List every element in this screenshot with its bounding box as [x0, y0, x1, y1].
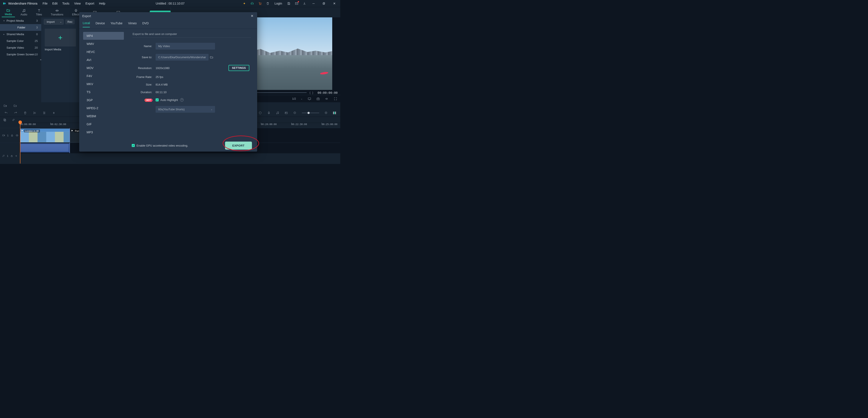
export-confirm-button[interactable]: EXPORT: [225, 142, 252, 150]
menu-view[interactable]: View: [74, 2, 81, 5]
tab-audio[interactable]: Audio: [18, 8, 30, 17]
timeline-view-icon[interactable]: [333, 112, 336, 114]
lock-icon[interactable]: [10, 155, 13, 157]
title-bar: Wondershare Filmora File Edit Tools View…: [0, 0, 340, 7]
lock-icon[interactable]: [11, 134, 13, 137]
format-item-mpeg2[interactable]: MPEG-2: [83, 104, 124, 112]
folder-icon[interactable]: [13, 104, 17, 108]
audio-beat-icon[interactable]: [52, 111, 56, 115]
undo-icon[interactable]: [4, 111, 8, 115]
svg-point-5: [23, 11, 24, 12]
delete-clip-icon[interactable]: [24, 111, 27, 115]
format-item-3gp[interactable]: 3GP: [83, 96, 124, 104]
copy-timeline-icon[interactable]: [3, 118, 6, 122]
zoom-in-icon[interactable]: [324, 111, 328, 115]
zoom-ratio-dropdown[interactable]: 1/2⌄: [292, 97, 303, 100]
highlight-preset-dropdown[interactable]: 60s(YouTube Shorts) ⌄: [156, 106, 215, 113]
gpu-checkbox[interactable]: ✓: [132, 144, 135, 147]
audio-mixer-icon[interactable]: [276, 111, 279, 115]
export-tab-device[interactable]: Device: [95, 22, 105, 27]
form-row-name: Name:: [132, 43, 251, 50]
export-tab-local[interactable]: Local: [83, 21, 90, 27]
download-icon[interactable]: [303, 2, 306, 5]
maximize-button[interactable]: [321, 0, 327, 7]
export-tab-youtube[interactable]: YouTube: [111, 22, 122, 27]
sidebar-item-sample-video[interactable]: Sample Video 20: [0, 44, 41, 51]
zoom-slider[interactable]: [302, 113, 319, 113]
format-item-ts[interactable]: TS: [83, 88, 124, 96]
name-input[interactable]: [156, 43, 215, 50]
format-item-avi[interactable]: AVI: [83, 56, 124, 64]
login-button[interactable]: LogIn: [275, 2, 282, 5]
save-icon[interactable]: [287, 2, 291, 5]
format-item-hevc[interactable]: HEVC: [83, 48, 124, 56]
tab-media[interactable]: Media: [2, 8, 15, 17]
sidebar-item-project-media[interactable]: ▾ Project Media 3: [0, 18, 41, 24]
tips-icon[interactable]: ✦: [242, 2, 246, 5]
format-item-gif[interactable]: GIF: [83, 120, 124, 128]
zoom-out-icon[interactable]: [293, 111, 297, 115]
snapshot-icon[interactable]: [316, 97, 320, 100]
adjust-icon[interactable]: [42, 111, 46, 115]
menu-file[interactable]: File: [42, 2, 48, 5]
close-icon[interactable]: ✕: [250, 14, 254, 18]
redo-icon[interactable]: [14, 111, 18, 115]
format-item-f4v[interactable]: F4V: [83, 72, 124, 80]
volume-icon[interactable]: [15, 155, 18, 157]
import-media-thumb[interactable]: +: [45, 29, 76, 47]
export-tab-vimeo[interactable]: Vimeo: [128, 22, 136, 27]
new-folder-icon[interactable]: [3, 104, 7, 108]
split-icon[interactable]: [33, 111, 36, 115]
sidebar-item-shared-media[interactable]: ▸ Shared Media 0: [0, 31, 41, 37]
tab-titles[interactable]: Titles: [33, 8, 45, 17]
caret-icon: ▾: [3, 20, 6, 22]
sidebar-item-sample-color[interactable]: Sample Color 25: [0, 37, 41, 44]
menu-help[interactable]: Help: [99, 2, 105, 5]
keyframe-icon[interactable]: [284, 111, 288, 115]
support-icon[interactable]: [250, 2, 254, 5]
voiceover-icon[interactable]: [267, 111, 271, 115]
record-button[interactable]: Rec: [65, 19, 75, 24]
sidebar-item-sample-green[interactable]: Sample Green Screen 10: [0, 51, 41, 58]
svg-rect-19: [286, 113, 286, 113]
timeline-playhead[interactable]: [20, 123, 21, 163]
format-item-mp3[interactable]: MP3: [83, 128, 124, 136]
link-icon[interactable]: [12, 118, 15, 122]
media-card-import[interactable]: + Import Media: [45, 29, 76, 51]
help-icon[interactable]: ?: [180, 98, 184, 101]
sidebar-item-label: Folder: [6, 26, 36, 29]
mail-icon[interactable]: [295, 2, 299, 5]
auto-highlight-checkbox[interactable]: ✓: [156, 98, 159, 101]
mark-out-icon[interactable]: }: [312, 91, 313, 94]
format-item-wmv[interactable]: WMV: [83, 40, 124, 48]
cart-icon[interactable]: [258, 2, 262, 5]
display-icon[interactable]: [308, 97, 311, 100]
export-dialog-footer: ✓ Enable GPU accelerated video encoding.…: [79, 140, 257, 152]
video-track-head: 1: [0, 128, 20, 143]
format-item-webm[interactable]: WEBM: [83, 112, 124, 120]
audio-waveform[interactable]: [20, 143, 69, 152]
volume-icon[interactable]: [325, 97, 329, 100]
zoom-handle[interactable]: [308, 112, 310, 114]
menu-tools[interactable]: Tools: [62, 2, 69, 5]
format-item-mp4[interactable]: MP4: [83, 32, 124, 40]
sidebar-item-folder[interactable]: Folder 3: [0, 24, 41, 31]
mark-in-icon[interactable]: {: [310, 91, 311, 94]
browse-folder-icon[interactable]: [210, 56, 213, 59]
marker-icon[interactable]: [258, 111, 262, 115]
minimize-button[interactable]: ─: [310, 0, 317, 7]
menu-export[interactable]: Export: [86, 2, 94, 5]
export-tab-dvd[interactable]: DVD: [142, 22, 149, 27]
import-dropdown[interactable]: Import ⌄: [44, 19, 64, 25]
format-item-mkv[interactable]: MKV: [83, 80, 124, 88]
menu-edit[interactable]: Edit: [52, 2, 58, 5]
fullscreen-icon[interactable]: [334, 97, 337, 100]
close-button[interactable]: ✕: [331, 0, 338, 7]
delete-icon[interactable]: [266, 2, 270, 5]
format-item-mov[interactable]: MOV: [83, 64, 124, 72]
eye-icon[interactable]: [16, 134, 19, 137]
settings-button[interactable]: SETTINGS: [228, 65, 249, 71]
saveto-input[interactable]: [156, 54, 209, 61]
timeline-clip[interactable]: London in 4K: [20, 128, 69, 143]
tab-transitions[interactable]: Transitions: [48, 8, 66, 17]
